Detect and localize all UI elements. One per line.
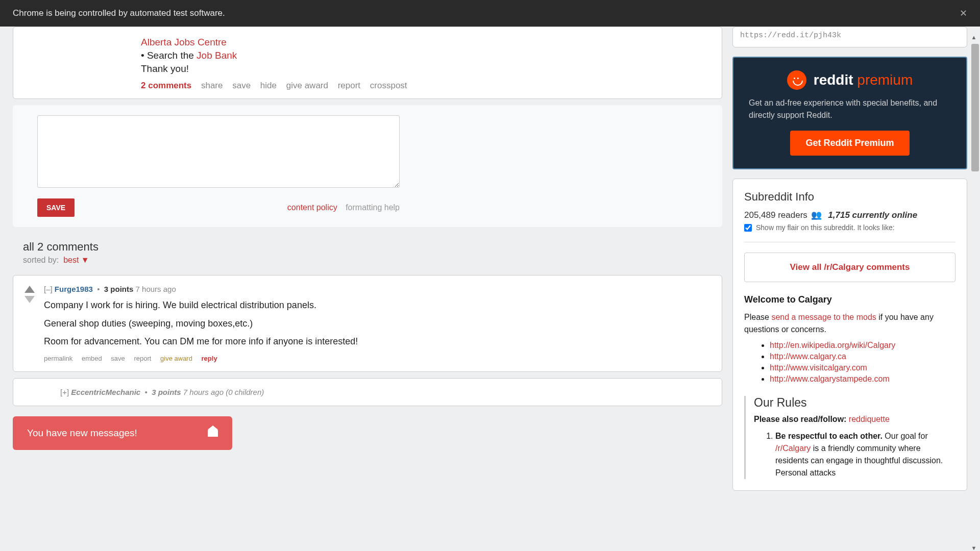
resource-links: http://en.wikipedia.org/wiki/Calgary htt… [744, 341, 955, 384]
content-policy-link[interactable]: content policy [287, 203, 337, 212]
comment-textarea[interactable] [37, 115, 400, 188]
welcome-text: Please send a message to the mods if you… [744, 311, 955, 336]
view-all-comments-button[interactable]: View all /r/Calgary comments [744, 253, 955, 282]
collapse-toggle[interactable]: [–] [44, 285, 53, 293]
comment-save-link[interactable]: save [111, 355, 125, 362]
reddit-logo-icon [787, 70, 806, 90]
scroll-up-arrow-icon[interactable]: ▲ [971, 34, 977, 40]
report-link[interactable]: report [338, 81, 360, 90]
hide-link[interactable]: hide [260, 81, 277, 90]
premium-description: Get an ad-free experience with special b… [749, 97, 951, 121]
comments-header: all 2 comments sorted by: best ▼ [13, 236, 722, 269]
collapsed-comment: [+] EccentricMechanic • 3 points 7 hours… [13, 378, 722, 406]
notification-text: You have new messages! [27, 428, 137, 439]
visit-calgary-link[interactable]: http://www.visitcalgary.com [770, 363, 867, 372]
online-count: 1,715 [828, 210, 850, 220]
mail-icon [208, 430, 218, 437]
comments-count-title: all 2 comments [23, 240, 712, 254]
rules-list: Be respectful to each other. Our goal fo… [754, 430, 955, 479]
get-premium-button[interactable]: Get Reddit Premium [790, 131, 909, 156]
comment-time: 7 hours ago [136, 285, 176, 293]
crosspost-link[interactable]: crosspost [370, 81, 407, 90]
readers-count: 205,489 [744, 210, 775, 220]
subreddit-info-heading: Subreddit Info [744, 190, 955, 204]
stampede-link[interactable]: http://www.calgarystampede.com [770, 374, 890, 383]
post-actions: 2 comments share save hide give award re… [141, 81, 712, 91]
welcome-heading: Welcome to Calgary [744, 294, 955, 305]
rules-heading: Our Rules [754, 396, 955, 410]
scrollbar-thumb[interactable] [971, 44, 979, 171]
save-link[interactable]: save [232, 81, 251, 90]
comment-card: [–] Furge1983 • 3 points 7 hours ago Com… [13, 275, 722, 372]
r-calgary-link[interactable]: /r/Calgary [775, 444, 811, 453]
give-award-link[interactable]: give award [286, 81, 328, 90]
banner-text: Chrome is being controlled by automated … [13, 8, 225, 18]
post-link-jobs-centre[interactable]: Alberta Jobs Centre [141, 37, 227, 47]
post-thanks: Thank you! [141, 63, 712, 74]
comment-actions: permalink embed save report give award r… [44, 355, 710, 362]
upvote-icon[interactable] [24, 286, 35, 293]
comment-author[interactable]: Furge1983 [55, 285, 93, 293]
comment-points: 3 points [104, 285, 134, 293]
readers-label: readers [778, 210, 807, 220]
collapsed-meta: 7 hours ago (0 children) [183, 388, 264, 396]
online-label: currently online [852, 210, 918, 220]
automation-banner: Chrome is being controlled by automated … [0, 0, 980, 27]
downvote-icon[interactable] [24, 296, 35, 303]
permalink-link[interactable]: permalink [44, 355, 72, 362]
post-card: Alberta Jobs Centre • Search the Job Ban… [13, 27, 722, 99]
short-url-text[interactable]: https://redd.it/pjh43k [740, 31, 841, 40]
post-bullet-text: • Search the [141, 50, 197, 61]
post-link-job-bank[interactable]: Job Bank [197, 50, 237, 61]
comment-give-award-link[interactable]: give award [160, 355, 192, 362]
premium-title-1: reddit [814, 72, 853, 88]
embed-link[interactable]: embed [82, 355, 102, 362]
divider [744, 242, 955, 242]
comment-report-link[interactable]: report [134, 355, 151, 362]
message-mods-link[interactable]: send a message to the mods [771, 313, 876, 321]
users-online-icon: 👥 [811, 210, 822, 220]
sort-dropdown[interactable]: best ▼ [63, 256, 89, 264]
expand-toggle[interactable]: [+] [60, 388, 69, 396]
show-flair-label: Show my flair on this subreddit. It look… [756, 223, 895, 232]
wiki-link[interactable]: http://en.wikipedia.org/wiki/Calgary [770, 341, 895, 349]
reply-link[interactable]: reply [202, 355, 217, 362]
collapsed-points: 3 points [152, 388, 181, 396]
short-url-box: https://redd.it/pjh43k [732, 27, 967, 47]
save-button[interactable]: SAVE [37, 198, 75, 217]
comments-link[interactable]: 2 comments [141, 81, 191, 90]
comment-form: SAVE content policy formatting help [13, 105, 722, 227]
show-flair-checkbox[interactable] [744, 224, 752, 232]
share-link[interactable]: share [201, 81, 223, 90]
close-icon[interactable]: ✕ [960, 8, 967, 19]
subreddit-info-box: Subreddit Info 205,489 readers 👥 1,715 c… [732, 179, 967, 491]
comment-text: Company I work for is hiring. We build e… [44, 297, 710, 349]
vote-column [24, 285, 35, 362]
calgary-ca-link[interactable]: http://www.calgary.ca [770, 352, 846, 361]
premium-promo: reddit premium Get an ad-free experience… [732, 57, 967, 169]
new-messages-notification[interactable]: You have new messages! [13, 416, 232, 450]
collapsed-author[interactable]: EccentricMechanic [71, 388, 140, 396]
reddiquette-link[interactable]: reddiquette [849, 415, 890, 423]
formatting-help-link[interactable]: formatting help [346, 203, 400, 212]
rule-1-title: Be respectful to each other. [775, 432, 883, 440]
sorted-by-label: sorted by: [23, 256, 59, 264]
premium-title-2: premium [857, 72, 913, 88]
